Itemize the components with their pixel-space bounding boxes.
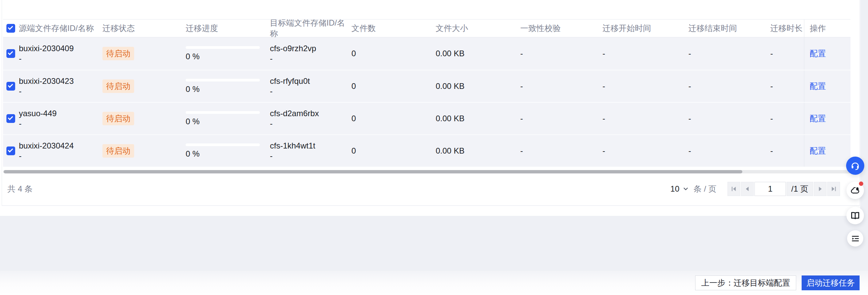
docs-button[interactable] [846,207,864,224]
consistency-cell: - [520,135,602,167]
page-number-input[interactable] [754,182,786,196]
check-icon [8,25,13,30]
source-storage-id: buxixi-2030409 [19,43,74,54]
progress-bar [186,111,260,114]
consistency-cell: - [520,103,602,134]
file-count-cell: 0 [351,103,436,134]
col-header-consistency: 一致性校验 [520,20,602,37]
next-page-button[interactable] [814,182,827,196]
notification-button[interactable] [846,182,864,199]
target-storage-cell: cfs-d2am6rbx - [270,103,351,134]
target-storage-id: cfs-d2am6rbx [270,108,319,119]
col-header-action: 操作 [804,20,850,37]
last-page-button[interactable] [827,182,840,196]
total-count-label: 共 4 条 [7,184,33,194]
source-storage-cell: buxixi-2030409 - [19,37,102,70]
status-cell: 待启动 [102,103,186,134]
progress-bar [186,46,260,49]
source-storage-id: buxixi-2030423 [19,76,74,86]
source-storage-cell: buxixi-2030423 - [19,70,102,102]
col-header-file-count: 文件数 [351,20,436,37]
col-header-file-size: 文件大小 [436,20,520,37]
progress-cell: 0 % [186,37,270,70]
target-storage-name: - [270,119,273,129]
consistency-cell: - [520,37,602,70]
wizard-footer: 上一步：迁移目标端配置 启动迁移任务 [0,271,868,295]
duration-cell: - [770,135,804,167]
end-time-cell: - [688,70,770,102]
target-storage-id: cfs-rfyfqu0t [270,76,310,86]
status-cell: 待启动 [102,135,186,167]
chevron-down-icon [682,186,689,192]
col-header-start-time: 迁移开始时间 [602,20,688,37]
target-storage-name: - [270,151,273,161]
check-icon [8,115,13,120]
feedback-list-icon [851,234,860,243]
last-page-icon [830,185,837,193]
target-storage-id: cfs-1kh4wt1t [270,141,315,151]
configure-link[interactable]: 配置 [810,113,826,124]
start-time-cell: - [602,135,688,167]
page-size-unit-label: 条 / 页 [693,184,716,194]
start-time-cell: - [602,37,688,70]
source-storage-name: - [19,119,22,129]
pagination-bar: 共 4 条 10 条 / 页 /1 页 [2,178,860,200]
row-checkbox[interactable] [6,114,15,123]
source-storage-name: - [19,86,22,96]
migration-table: 源端文件存储ID/名称 迁移状态 迁移进度 目标端文件存储ID/名称 文件数 文… [3,19,850,167]
progress-cell: 0 % [186,135,270,167]
file-count-cell: 0 [351,135,436,167]
source-storage-cell: buxixi-2030424 - [19,135,102,167]
configure-link[interactable]: 配置 [810,145,826,156]
consistency-cell: - [520,70,602,102]
source-storage-id: buxixi-2030424 [19,141,74,151]
file-count-cell: 0 [351,70,436,102]
previous-page-button[interactable] [741,182,754,196]
configure-link[interactable]: 配置 [810,81,826,92]
next-page-icon [816,185,824,193]
col-header-end-time: 迁移结束时间 [688,20,770,37]
end-time-cell: - [688,37,770,70]
status-badge: 待启动 [102,112,134,125]
row-checkbox[interactable] [6,49,15,58]
page: 源端文件存储ID/名称 迁移状态 迁移进度 目标端文件存储ID/名称 文件数 文… [0,0,868,295]
page-size-select[interactable]: 10 [671,184,689,194]
file-size-cell: 0.00 KB [436,135,520,167]
status-cell: 待启动 [102,37,186,70]
progress-cell: 0 % [186,103,270,134]
status-badge: 待启动 [102,47,134,60]
progress-bar [186,143,260,146]
horizontal-scrollbar-track[interactable] [3,170,851,173]
status-badge: 待启动 [102,144,134,158]
source-storage-cell: yasuo-449 - [19,103,102,134]
col-header-progress: 迁移进度 [186,20,270,37]
table-row: buxixi-2030409 - 待启动 0 % cfs-o9rzh2vp - … [3,37,850,70]
end-time-cell: - [688,103,770,134]
previous-step-button[interactable]: 上一步：迁移目标端配置 [695,275,796,290]
configure-link[interactable]: 配置 [810,48,826,59]
progress-percent-label: 0 % [186,52,260,61]
action-cell: 配置 [804,70,850,102]
table-header-row: 源端文件存储ID/名称 迁移状态 迁移进度 目标端文件存储ID/名称 文件数 文… [3,20,850,37]
progress-cell: 0 % [186,70,270,102]
row-checkbox[interactable] [6,146,15,155]
target-storage-cell: cfs-1kh4wt1t - [270,135,351,167]
headset-icon [850,161,860,171]
cloud-bell-icon [850,185,860,195]
previous-page-icon [744,185,751,193]
table-row: buxixi-2030424 - 待启动 0 % cfs-1kh4wt1t - … [3,134,850,167]
target-storage-cell: cfs-rfyfqu0t - [270,70,351,102]
file-size-cell: 0.00 KB [436,103,520,134]
start-migration-button[interactable]: 启动迁移任务 [802,275,860,290]
duration-cell: - [770,70,804,102]
source-storage-name: - [19,54,22,64]
open-book-icon [850,210,860,221]
page-size-value: 10 [671,184,680,194]
row-checkbox[interactable] [6,82,15,91]
horizontal-scrollbar-thumb[interactable] [4,170,742,173]
feedback-button[interactable] [847,230,863,247]
customer-service-button[interactable] [846,157,864,175]
select-all-checkbox[interactable] [6,24,15,33]
first-page-button[interactable] [727,182,740,196]
start-time-cell: - [602,103,688,134]
